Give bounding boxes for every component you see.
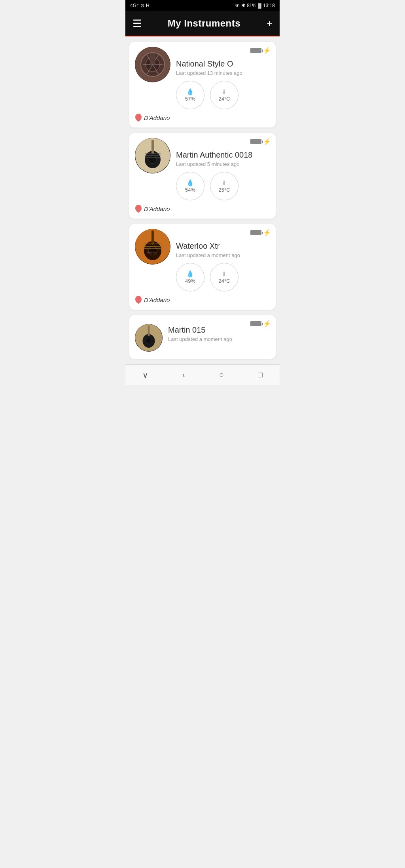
humidity-sensor: 💧 54% [176,172,204,200]
card-body: National Style O Last updated 13 minutes… [135,47,270,109]
svg-rect-25 [148,326,150,336]
daddario-pick-icon [135,295,142,304]
temperature-icon: 🌡 [221,89,227,95]
bluetooth-indicator: ⚡ [263,47,271,54]
humidity-icon: 💧 [186,180,194,186]
humidity-icon: 💧 [186,89,194,95]
bluetooth-indicator: ⚡ [263,320,271,327]
temperature-icon: 🌡 [221,180,227,186]
temperature-sensor: 🌡 24°C [210,263,238,291]
last-updated: Last updated a moment ago [168,336,270,342]
instrument-image [135,324,163,352]
daddario-logo: D'Addario [135,113,170,122]
last-updated: Last updated 13 minutes ago [176,70,270,76]
battery-indicator [250,230,261,235]
instrument-name: Waterloo Xtr [176,242,270,251]
card-footer: D'Addario [135,113,270,122]
bluetooth-icon: ✱ [241,3,245,8]
brand-name: D'Addario [144,114,170,121]
status-bar: 4G⁺ ⊙ H 👁 ✱ 81% ▓ 13:18 [125,0,280,11]
sensors: 💧 54% 🌡 25°C [176,172,270,200]
brand-name: D'Addario [144,297,170,303]
bottom-nav: ∨ ‹ ○ □ [125,364,280,385]
temperature-sensor: 🌡 25°C [210,172,238,200]
humidity-value: 49% [185,278,195,284]
add-instrument-button[interactable]: + [267,18,273,29]
shield-icon: ⊙ [140,3,144,8]
svg-rect-6 [150,53,155,65]
card-body: waterloo Waterloo Xtr Last updated a mom… [135,229,270,291]
instrument-name: Martin Authentic 0018 [176,150,270,160]
sensors: 💧 57% 🌡 24°C [176,81,270,109]
recent-button[interactable]: □ [252,369,269,381]
temperature-value: 24°C [218,278,230,284]
svg-rect-17 [151,230,154,245]
battery-percent: 81% [247,3,256,8]
instrument-list: ⚡ National Style O Last updated 13 minut… [125,36,280,364]
bluetooth-indicator: ⚡ [263,229,271,236]
humidity-sensor: 💧 49% [176,263,204,291]
instrument-image [135,138,170,173]
page-title: My Instruments [168,18,240,29]
svg-rect-10 [151,140,154,154]
last-updated: Last updated 5 minutes ago [176,161,270,167]
instrument-card-partial[interactable]: ⚡ Martin 015 Last updated a moment ago [129,315,276,359]
temperature-icon: 🌡 [221,271,227,277]
instrument-card[interactable]: ⚡ National Style O Last updated 13 minut… [129,42,276,128]
back-button[interactable]: ‹ [176,369,191,381]
last-updated: Last updated a moment ago [176,252,270,258]
battery-indicator [250,321,261,326]
card-info: Waterloo Xtr Last updated a moment ago 💧… [176,229,270,291]
card-footer: D'Addario [135,295,270,304]
daddario-logo: D'Addario [135,204,170,213]
h-icon: H [146,3,150,8]
status-left: 4G⁺ ⊙ H [130,3,150,8]
card-info: National Style O Last updated 13 minutes… [176,47,270,109]
humidity-sensor: 💧 57% [176,81,204,109]
card-status: ⚡ [250,229,271,236]
card-body: Martin Authentic 0018 Last updated 5 min… [135,138,270,200]
instrument-card[interactable]: ⚡ Martin Authentic 0018 Last updated 5 m… [129,133,276,219]
eye-icon: 👁 [235,3,240,8]
card-info: Martin Authentic 0018 Last updated 5 min… [176,138,270,200]
humidity-value: 54% [185,187,195,193]
instrument-image: waterloo [135,229,170,265]
battery-indicator [250,139,261,144]
battery-indicator [250,48,261,53]
bluetooth-indicator: ⚡ [263,138,271,145]
status-right: 👁 ✱ 81% ▓ 13:18 [235,3,275,8]
instrument-name: National Style O [176,59,270,69]
header: ☰ My Instruments + [125,11,280,36]
temperature-sensor: 🌡 24°C [210,81,238,109]
svg-text:waterloo: waterloo [146,251,157,254]
battery-icon: ▓ [258,3,261,8]
home-button[interactable]: ○ [213,369,230,381]
card-status: ⚡ [250,138,271,145]
daddario-pick-icon [135,113,142,122]
temperature-value: 24°C [218,96,230,102]
temperature-value: 25°C [218,187,230,193]
instrument-image [135,47,170,82]
card-footer: D'Addario [135,204,270,213]
daddario-pick-icon [135,204,142,213]
humidity-icon: 💧 [186,271,194,277]
signal-icon: 4G⁺ [130,3,139,8]
svg-point-24 [146,338,152,344]
clock: 13:18 [263,3,275,8]
card-status: ⚡ [250,47,271,54]
menu-button[interactable]: ☰ [132,18,142,29]
daddario-logo: D'Addario [135,295,170,304]
card-status: ⚡ [250,320,271,327]
brand-name: D'Addario [144,206,170,212]
instrument-card[interactable]: ⚡ waterloo Waterloo Xtr Last updated a m… [129,224,276,310]
card-body: Martin 015 Last updated a moment ago [135,320,270,352]
down-button[interactable]: ∨ [136,369,155,381]
svg-point-9 [149,156,157,164]
humidity-value: 57% [185,96,195,102]
sensors: 💧 49% 🌡 24°C [176,263,270,291]
